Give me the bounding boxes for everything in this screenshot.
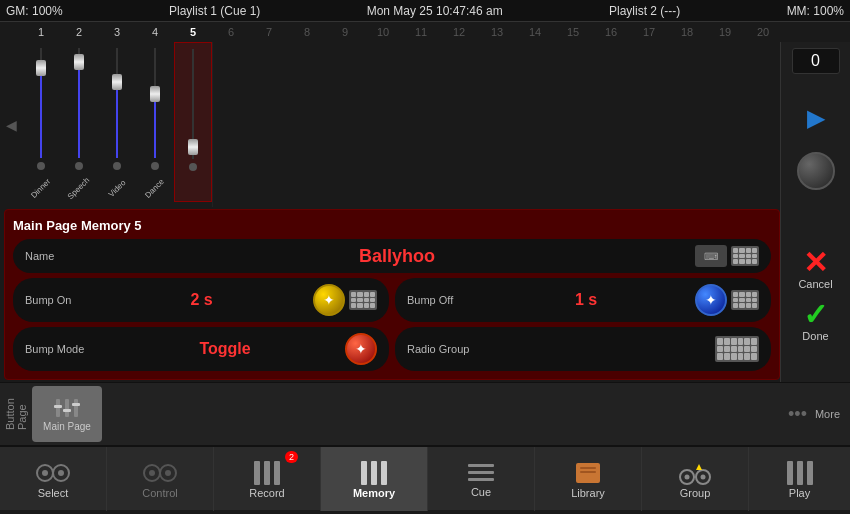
cancel-button[interactable]: ✕ Cancel [798, 248, 832, 290]
toolbar-play[interactable]: Play [749, 447, 850, 511]
svg-point-11 [149, 470, 155, 476]
cue-icon [466, 460, 496, 486]
svg-point-7 [42, 470, 48, 476]
done-icon[interactable]: ✓ [803, 300, 828, 330]
bump-mode-label: Bump Mode [25, 343, 105, 355]
svg-rect-31 [787, 461, 793, 485]
name-value[interactable]: Ballyhoo [105, 246, 689, 267]
toolbar-select[interactable]: Select [0, 447, 107, 511]
fader-handle-3[interactable] [112, 74, 122, 90]
record-icon [252, 459, 282, 487]
main-page-button-label: Main Page [43, 421, 91, 432]
left-arrow-button[interactable]: ◀ [0, 42, 22, 207]
svg-rect-32 [797, 461, 803, 485]
fader-handle-2[interactable] [74, 54, 84, 70]
toolbar-group[interactable]: Group [642, 447, 749, 511]
svg-rect-24 [580, 467, 596, 469]
memory-label: Memory [353, 487, 395, 499]
ch-num-6: 6 [212, 26, 250, 38]
done-button[interactable]: ✓ Done [802, 300, 828, 342]
ch-num-15: 15 [554, 26, 592, 38]
more-button[interactable]: More [815, 408, 840, 420]
cancel-label[interactable]: Cancel [798, 278, 832, 290]
grid-icon-bump-off[interactable] [731, 290, 759, 310]
group-label: Group [680, 487, 711, 499]
gm-label: GM: 100% [6, 4, 63, 18]
dialog-title: Main Page Memory 5 [13, 218, 771, 233]
toolbar-cue[interactable]: Cue [428, 447, 535, 511]
grid-icon-name[interactable] [731, 246, 759, 266]
svg-rect-16 [274, 461, 280, 485]
svg-rect-2 [74, 399, 78, 417]
toolbar-control[interactable]: Control [107, 447, 214, 511]
ch-num-20: 20 [744, 26, 782, 38]
fader-handle-5[interactable] [188, 139, 198, 155]
toolbar-library[interactable]: Library [535, 447, 642, 511]
ch-num-4: 4 [136, 26, 174, 38]
ch-num-5: 5 [174, 26, 212, 38]
ch-num-2: 2 [60, 26, 98, 38]
library-label: Library [571, 487, 605, 499]
ch-num-8: 8 [288, 26, 326, 38]
bump-off-value[interactable]: 1 s [477, 291, 695, 309]
svg-point-9 [58, 470, 64, 476]
cue-label: Cue [471, 486, 491, 498]
right-arrow-icon[interactable]: ▶ [807, 104, 825, 132]
fader-channel-4[interactable]: Dance [136, 42, 174, 202]
ch-num-10: 10 [364, 26, 402, 38]
fader-handle-1[interactable] [36, 60, 46, 76]
ch-num-3: 3 [98, 26, 136, 38]
bump-mode-icon[interactable]: ✦ [345, 333, 377, 365]
svg-rect-5 [72, 403, 80, 406]
svg-point-13 [165, 470, 171, 476]
fader-channel-2[interactable]: Speech [60, 42, 98, 202]
svg-rect-22 [468, 478, 494, 481]
cancel-icon[interactable]: ✕ [803, 248, 828, 278]
main-page-button[interactable]: Main Page [32, 386, 102, 442]
svg-rect-19 [381, 461, 387, 485]
memory-dialog: Main Page Memory 5 Name Ballyhoo ⌨ Bump … [4, 209, 780, 380]
app-header: GM: 100% Playlist 1 (Cue 1) Mon May 25 1… [0, 0, 850, 22]
ch-num-19: 19 [706, 26, 744, 38]
ch-num-17: 17 [630, 26, 668, 38]
name-row: Name Ballyhoo ⌨ [13, 239, 771, 273]
bump-mode-value[interactable]: Toggle [105, 340, 345, 358]
svg-rect-3 [54, 405, 62, 408]
bump-off-icon[interactable]: ✦ [695, 284, 727, 316]
ch-num-1: 1 [22, 26, 60, 38]
sidebar-value-display: 0 [792, 48, 840, 74]
play-icon [785, 459, 815, 487]
fader-channel-1[interactable]: Dinner [22, 42, 60, 202]
right-sidebar: 0 ▶ [780, 42, 850, 207]
bump-on-icon[interactable]: ✦ [313, 284, 345, 316]
ch-num-16: 16 [592, 26, 630, 38]
fader-label-3: Video [107, 178, 128, 199]
ch-num-12: 12 [440, 26, 478, 38]
toolbar-memory[interactable]: Memory [321, 447, 428, 511]
grid-icon-radio[interactable] [715, 336, 759, 362]
playlist2-label: Playlist 2 (---) [609, 4, 680, 18]
grid-icon-bump-on[interactable] [349, 290, 377, 310]
svg-rect-14 [254, 461, 260, 485]
svg-rect-15 [264, 461, 270, 485]
done-label[interactable]: Done [802, 330, 828, 342]
ch-num-18: 18 [668, 26, 706, 38]
fader-channel-5[interactable] [174, 42, 212, 202]
three-dots: ••• [788, 404, 807, 425]
fader-handle-4[interactable] [150, 86, 160, 102]
fader-channel-3[interactable]: Video [98, 42, 136, 202]
select-label: Select [38, 487, 69, 499]
bump-on-value[interactable]: 2 s [90, 291, 313, 309]
svg-rect-20 [468, 464, 494, 467]
keyboard-icon[interactable]: ⌨ [695, 245, 727, 267]
bump-off-label: Bump Off [407, 294, 477, 306]
play-label: Play [789, 487, 810, 499]
toolbar-record[interactable]: 2 Record [214, 447, 321, 511]
button-page-label-left: ButtonPage [4, 386, 28, 442]
playlist1-label: Playlist 1 (Cue 1) [169, 4, 260, 18]
svg-rect-4 [63, 409, 71, 412]
ch-num-7: 7 [250, 26, 288, 38]
empty-channels [212, 42, 780, 207]
sidebar-knob[interactable] [797, 152, 835, 190]
svg-rect-18 [371, 461, 377, 485]
